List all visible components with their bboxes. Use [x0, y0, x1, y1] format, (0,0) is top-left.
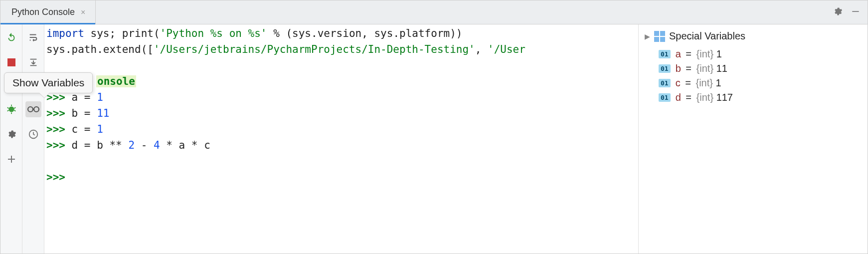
var-value: 1	[716, 48, 722, 59]
code-number: 4	[154, 139, 160, 151]
show-variables-button[interactable]	[25, 101, 41, 117]
soft-wrap-button[interactable]	[25, 29, 41, 45]
prompt: >>>	[46, 107, 72, 119]
code-text: sys; print(	[84, 27, 160, 39]
highlighted-text: onsole	[96, 75, 136, 87]
add-button[interactable]	[3, 151, 19, 167]
settings-button[interactable]	[3, 126, 19, 142]
code-number: 1	[97, 91, 103, 103]
minimize-icon[interactable]	[851, 6, 861, 18]
code-text: ,	[475, 43, 488, 55]
code-string: '/Users/jetbrains/PycharmProjects/In-Dep…	[154, 43, 475, 55]
history-button[interactable]	[25, 126, 41, 142]
svg-rect-0	[852, 11, 859, 12]
variables-panel: ▶ Special Variables 01 a = {int} 1 01 b …	[638, 24, 868, 254]
var-name: a	[676, 48, 681, 59]
prompt: >>>	[46, 123, 72, 135]
var-type: {int}	[695, 77, 712, 88]
var-value: 117	[716, 92, 733, 103]
code-text: d = b **	[72, 139, 129, 151]
console-output[interactable]: import sys; print('Python %s on %s' % (s…	[44, 24, 638, 254]
code-text: b =	[72, 107, 97, 119]
variable-row[interactable]: 01 c = {int} 1	[644, 76, 863, 90]
svg-point-2	[8, 107, 14, 112]
var-type: {int}	[696, 63, 713, 74]
code-number: 11	[97, 107, 109, 119]
var-type: {int}	[696, 48, 713, 59]
tooltip-text: Show Variables	[12, 77, 84, 88]
variable-row[interactable]: 01 a = {int} 1	[644, 47, 863, 61]
code-text: sys.path.extend([	[46, 43, 154, 55]
stop-button[interactable]	[3, 54, 19, 70]
close-icon[interactable]: ×	[80, 7, 86, 18]
tab-python-console[interactable]: Python Console ×	[0, 0, 96, 24]
scroll-to-end-button[interactable]	[25, 54, 41, 70]
variables-header-label: Special Variables	[669, 30, 745, 42]
svg-point-3	[28, 107, 33, 112]
code-string: 'Python %s on %s'	[160, 27, 267, 39]
var-name: c	[676, 77, 681, 88]
var-value: 1	[716, 77, 721, 88]
tab-bar: Python Console ×	[0, 0, 868, 24]
code-number: 2	[128, 139, 135, 151]
svg-point-4	[34, 107, 39, 112]
debug-button[interactable]	[3, 101, 19, 117]
left-toolbar-2	[22, 24, 44, 254]
var-value: 11	[716, 63, 727, 74]
expand-arrow-icon[interactable]: ▶	[645, 32, 650, 40]
code-string: '/User	[488, 43, 525, 55]
special-variables-header[interactable]: ▶ Special Variables	[644, 28, 863, 47]
tab-title: Python Console	[11, 7, 75, 17]
prompt: >>>	[46, 171, 72, 183]
main-area: import sys; print('Python %s on %s' % (s…	[0, 24, 868, 254]
code-text: -	[135, 139, 154, 151]
variable-row[interactable]: 01 d = {int} 117	[644, 90, 863, 105]
var-name: d	[676, 92, 681, 103]
variables-grid-icon	[654, 31, 665, 42]
code-keyword: import	[46, 27, 84, 39]
tooltip-show-variables: Show Variables	[4, 72, 93, 93]
var-type: {int}	[696, 92, 713, 103]
prompt: >>>	[46, 139, 72, 151]
code-text: c =	[72, 123, 97, 135]
type-badge: 01	[659, 64, 671, 73]
code-text: * a * c	[160, 139, 210, 151]
tab-bar-actions	[833, 0, 868, 24]
rerun-button[interactable]	[3, 29, 19, 45]
type-badge: 01	[659, 79, 671, 87]
left-toolbar-1	[0, 24, 22, 254]
variable-row[interactable]: 01 b = {int} 11	[644, 61, 863, 76]
gear-icon[interactable]	[833, 6, 843, 18]
svg-rect-1	[7, 58, 15, 66]
code-text: % (sys.version, sys.platform))	[267, 27, 463, 39]
code-number: 1	[97, 123, 103, 135]
type-badge: 01	[659, 93, 671, 102]
type-badge: 01	[659, 50, 671, 58]
var-name: b	[676, 63, 681, 74]
